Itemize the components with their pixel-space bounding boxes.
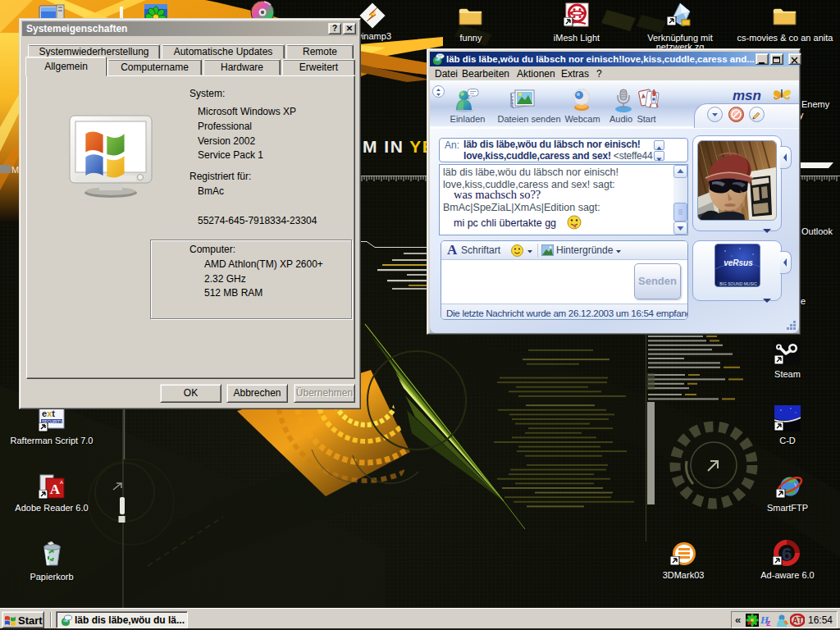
svg-text:A: A [60, 480, 63, 485]
svg-text:M: M [11, 165, 19, 175]
svg-text:msn: msn [733, 88, 761, 103]
svg-text:ext: ext [42, 409, 55, 418]
svg-text:BIG SOUND MUSIC: BIG SOUND MUSIC [719, 281, 757, 286]
svg-text:6: 6 [782, 544, 792, 564]
svg-text:ATI: ATI [792, 616, 805, 625]
svg-text:veRsus: veRsus [724, 258, 753, 267]
svg-text:A: A [50, 482, 61, 497]
svg-text:z: z [766, 618, 771, 627]
